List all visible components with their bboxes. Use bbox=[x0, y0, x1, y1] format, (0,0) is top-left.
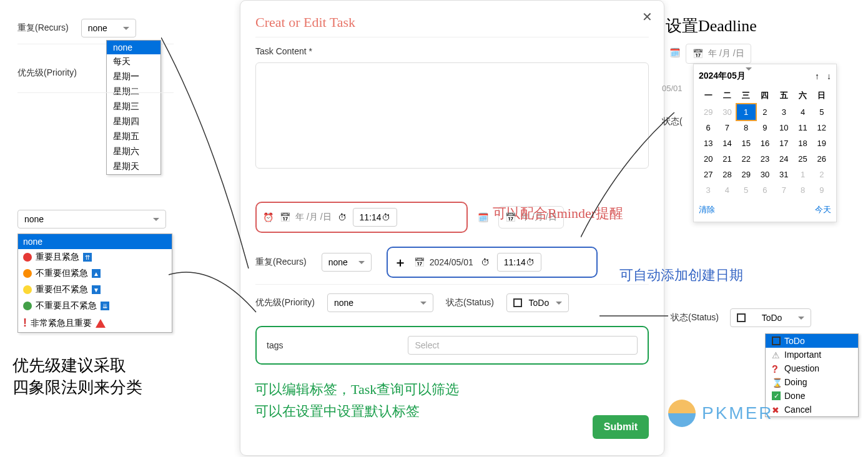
calendar-day[interactable]: 20 bbox=[699, 151, 718, 167]
dialog-title: Creat or Edit Task bbox=[255, 14, 649, 31]
calendar-day[interactable]: 27 bbox=[699, 167, 718, 182]
calendar-day[interactable]: 4 bbox=[718, 182, 736, 198]
status-dropdown[interactable]: ToDo bbox=[506, 293, 569, 312]
priority-option[interactable]: 不重要但紧急▲ bbox=[18, 265, 172, 282]
created-time-input[interactable]: 11:14 bbox=[497, 253, 541, 272]
calendar-day[interactable]: 2 bbox=[812, 167, 831, 182]
recurs-label: 重复(Recurs) bbox=[255, 257, 307, 268]
calendar-day[interactable]: 11 bbox=[793, 120, 812, 135]
tags-annotation: 可以编辑标签，Task查询可以筛选可以在设置中设置默认标签 bbox=[255, 378, 459, 422]
recurs-option[interactable]: 星期六 bbox=[107, 144, 160, 159]
calendar-day[interactable]: 21 bbox=[718, 151, 736, 167]
calendar-day[interactable]: 22 bbox=[737, 151, 756, 167]
calendar-day[interactable]: 19 bbox=[812, 135, 831, 151]
reminder-date-input[interactable]: 年 /月 /日 bbox=[280, 212, 332, 223]
calendar-day[interactable]: 4 bbox=[793, 104, 812, 120]
recurs-option[interactable]: 星期四 bbox=[107, 114, 160, 129]
priority-option[interactable]: 不重要且不紧急⇊ bbox=[18, 298, 172, 314]
status-option[interactable]: Question bbox=[766, 361, 858, 375]
priority-note: 优先级建议采取四象限法则来分类 bbox=[12, 355, 142, 398]
status-option[interactable]: Important bbox=[766, 348, 858, 361]
calendar-day[interactable]: 9 bbox=[756, 120, 774, 135]
calendar-day[interactable]: 8 bbox=[737, 120, 756, 135]
created-annotation: 可自动添加创建日期 bbox=[619, 266, 743, 285]
calendar-day[interactable]: 28 bbox=[718, 167, 736, 182]
created-row: ＋ 2024/05/01 11:14 bbox=[387, 247, 598, 278]
calendar-day[interactable]: 14 bbox=[718, 135, 736, 151]
close-icon[interactable]: ✕ bbox=[642, 9, 653, 24]
calendar-day[interactable]: 7 bbox=[718, 120, 736, 135]
calendar-today[interactable]: 今天 bbox=[815, 204, 831, 215]
calendar-day[interactable]: 10 bbox=[774, 120, 793, 135]
status-option[interactable]: Doing bbox=[766, 375, 858, 389]
calendar-day[interactable]: 25 bbox=[793, 151, 812, 167]
calendar-day[interactable]: 1 bbox=[793, 167, 812, 182]
recurs-option[interactable]: 星期五 bbox=[107, 129, 160, 144]
calendar-day[interactable]: 9 bbox=[812, 182, 831, 198]
clock-icon bbox=[338, 212, 347, 222]
deadline-title: 设置Deadline bbox=[666, 15, 757, 37]
priority-option[interactable]: 重要且紧急⇈ bbox=[18, 249, 172, 265]
status-option[interactable]: Done bbox=[766, 389, 858, 403]
reminder-time-input[interactable]: 11:14 bbox=[353, 208, 397, 227]
recurs-option[interactable]: 星期天 bbox=[107, 159, 160, 174]
deadline-date-input[interactable]: 年 /月 /日 bbox=[686, 44, 751, 64]
calendar-day[interactable]: 6 bbox=[756, 182, 774, 198]
calendar-day[interactable]: 7 bbox=[774, 182, 793, 198]
recurs-label: 重复(Recurs) bbox=[17, 22, 69, 34]
calendar-clear[interactable]: 清除 bbox=[699, 204, 715, 215]
calendar-day[interactable]: 5 bbox=[737, 182, 756, 198]
next-month-icon[interactable]: ↓ bbox=[827, 71, 831, 81]
status-option[interactable]: ToDo bbox=[766, 334, 858, 348]
calendar-day[interactable]: 5 bbox=[812, 104, 831, 120]
priority-option[interactable]: !非常紧急且重要 bbox=[18, 314, 172, 332]
recurs-option[interactable]: none bbox=[107, 41, 160, 54]
calendar-day[interactable]: 23 bbox=[756, 151, 774, 167]
calendar-grid: 一二三四五六日293012345678910111213141516171819… bbox=[699, 87, 831, 198]
calendar-day[interactable]: 29 bbox=[737, 167, 756, 182]
calendar-day[interactable]: 15 bbox=[737, 135, 756, 151]
submit-button[interactable]: Submit bbox=[593, 415, 649, 439]
created-date-input[interactable]: 2024/05/01 bbox=[414, 257, 473, 267]
recurs-dropdown[interactable]: none bbox=[322, 253, 372, 272]
recurs-option[interactable]: 星期一 bbox=[107, 69, 160, 84]
calendar-day[interactable]: 13 bbox=[699, 135, 718, 151]
calendar-day[interactable]: 12 bbox=[812, 120, 831, 135]
pkmer-logo: PKMER bbox=[668, 400, 774, 427]
calendar-day[interactable]: 24 bbox=[774, 151, 793, 167]
content-label: Task Content * bbox=[255, 46, 649, 56]
calendar-day[interactable]: 29 bbox=[699, 104, 718, 120]
chevron-down-icon bbox=[123, 27, 129, 30]
calendar-day[interactable]: 30 bbox=[718, 104, 736, 120]
priority-dropdown[interactable]: none bbox=[17, 210, 166, 228]
calendar-day[interactable]: 31 bbox=[774, 167, 793, 182]
calendar-day[interactable]: 16 bbox=[756, 135, 774, 151]
calendar-day[interactable]: 6 bbox=[699, 120, 718, 135]
calendar-day[interactable]: 1 bbox=[737, 104, 756, 120]
calendar-day[interactable]: 30 bbox=[756, 167, 774, 182]
priority-option[interactable]: 重要但不紧急▼ bbox=[18, 282, 172, 298]
tags-select[interactable]: Select bbox=[408, 336, 638, 355]
calendar-day[interactable]: 8 bbox=[793, 182, 812, 198]
calendar-month[interactable]: 2024年05月 bbox=[699, 71, 752, 82]
priority-option[interactable]: none bbox=[18, 234, 172, 249]
recurs-option[interactable]: 星期二 bbox=[107, 84, 160, 99]
calendar-day[interactable]: 18 bbox=[793, 135, 812, 151]
priority-dropdown[interactable]: none bbox=[327, 293, 433, 312]
calendar-day[interactable]: 3 bbox=[774, 104, 793, 120]
calendar-day[interactable]: 26 bbox=[812, 151, 831, 167]
calendar-popup: 2024年05月 ↑↓ 一二三四五六日293012345678910111213… bbox=[693, 64, 837, 222]
recurs-option[interactable]: 星期三 bbox=[107, 99, 160, 114]
chevron-down-icon bbox=[153, 218, 159, 221]
clock-icon bbox=[481, 257, 490, 267]
status-dropdown[interactable]: ToDo bbox=[730, 308, 811, 327]
recurs-option[interactable]: 每天 bbox=[107, 54, 160, 69]
calendar-day[interactable]: 2 bbox=[756, 104, 774, 120]
calendar-day[interactable]: 17 bbox=[774, 135, 793, 151]
task-content-input[interactable] bbox=[255, 62, 649, 169]
status-option[interactable]: Cancel bbox=[766, 403, 858, 416]
recurs-dropdown[interactable]: none bbox=[81, 19, 136, 37]
chevron-down-icon bbox=[746, 67, 752, 81]
prev-month-icon[interactable]: ↑ bbox=[815, 71, 819, 81]
calendar-day[interactable]: 3 bbox=[699, 182, 718, 198]
